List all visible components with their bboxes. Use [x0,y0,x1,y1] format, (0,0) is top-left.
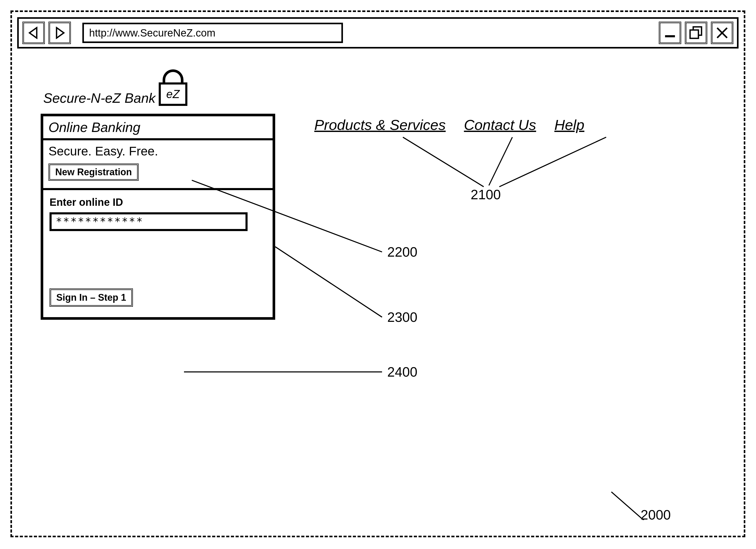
forward-button[interactable] [48,22,71,44]
online-id-input[interactable]: ************ [50,212,248,231]
tagline: Secure. Easy. Free. [48,144,267,158]
brand-name: Secure-N-eZ Bank [43,90,156,106]
ref-2400: 2400 [387,364,417,380]
svg-rect-4 [690,30,698,38]
nav-help[interactable]: Help [554,116,584,133]
nav-links: Products & Services Contact Us Help [314,116,584,133]
online-id-label: Enter online ID [50,196,266,208]
browser-chrome: http://www.SecureNeZ.com [17,17,739,48]
svg-marker-1 [57,28,64,38]
panel-section-signin: Enter online ID ************ Sign In – S… [43,190,273,317]
triangle-right-icon [53,27,66,39]
svg-line-7 [403,137,484,187]
minimize-icon [663,26,677,39]
login-panel: Online Banking Secure. Easy. Free. New R… [41,114,275,320]
ref-2200: 2200 [387,244,417,260]
diagram-frame: http://www.SecureNeZ.com Secure-N-eZ Ban… [10,10,745,537]
svg-line-9 [499,137,606,187]
maximize-icon [689,26,703,40]
svg-line-8 [489,137,512,185]
panel-section-register: Secure. Easy. Free. New Registration [43,140,273,190]
svg-marker-0 [29,28,37,38]
url-bar[interactable]: http://www.SecureNeZ.com [82,23,343,43]
brand-row: Secure-N-eZ Bank eZ [43,69,187,106]
page-content: Secure-N-eZ Bank eZ Online Banking Secur… [17,48,739,520]
panel-header: Online Banking [43,116,273,140]
nav-products[interactable]: Products & Services [314,116,446,133]
svg-rect-2 [665,35,675,37]
ref-2000: 2000 [641,507,671,523]
minimize-button[interactable] [659,22,681,44]
ref-2100: 2100 [471,187,501,202]
new-registration-button[interactable]: New Registration [48,163,139,181]
ref-2300: 2300 [387,309,417,325]
signin-button[interactable]: Sign In – Step 1 [50,289,133,307]
triangle-left-icon [27,27,40,39]
lock-label: eZ [159,82,187,106]
close-button[interactable] [711,22,733,44]
nav-contact[interactable]: Contact Us [464,116,536,133]
back-button[interactable] [22,22,45,44]
maximize-button[interactable] [685,22,707,44]
lock-icon: eZ [159,69,187,106]
svg-line-11 [275,247,382,317]
close-icon [716,26,729,39]
